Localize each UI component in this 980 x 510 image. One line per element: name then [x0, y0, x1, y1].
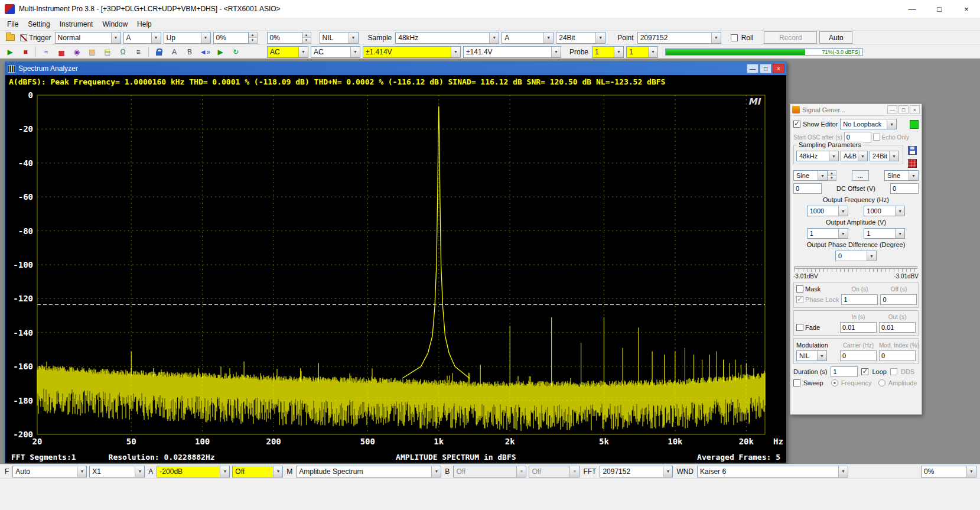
- range-a-axis-select[interactable]: -200dB: [157, 466, 230, 477]
- sweep-checkbox[interactable]: [793, 379, 800, 386]
- siggen-maximize-button[interactable]: □: [898, 105, 909, 114]
- echo-only-checkbox[interactable]: [873, 134, 880, 141]
- signal-generator-titlebar[interactable]: Signal Gener... — □ ×: [790, 104, 922, 116]
- window-function-select[interactable]: Kaiser 6: [697, 466, 848, 477]
- menu-help[interactable]: Help: [132, 19, 157, 30]
- spin-up-icon[interactable]: [302, 33, 311, 38]
- sweep-amplitude-radio[interactable]: [878, 379, 885, 386]
- trigger-edge-select[interactable]: Up: [164, 32, 211, 44]
- output-level-slider[interactable]: [795, 264, 917, 272]
- spin-up-icon[interactable]: [249, 33, 257, 38]
- frequency-rejection-select[interactable]: NIL: [320, 32, 359, 44]
- siggen-channels-select[interactable]: A&B: [841, 151, 868, 161]
- mask-off-input[interactable]: [880, 294, 917, 305]
- amplitude-b-select[interactable]: 1: [864, 228, 905, 239]
- phase-difference-select[interactable]: 0: [835, 251, 877, 261]
- siggen-minimize-button[interactable]: —: [887, 105, 897, 114]
- spectrum-plot[interactable]: 0-20-40-60-80-100-120-140-160-180-200205…: [5, 88, 786, 451]
- fade-in-input[interactable]: [840, 322, 877, 333]
- waveform-b-select[interactable]: Sine: [884, 170, 919, 181]
- auto-button[interactable]: Auto: [819, 31, 852, 44]
- coupling-a-select[interactable]: AC: [267, 46, 308, 58]
- siggen-run-button[interactable]: [910, 120, 919, 129]
- menu-instrument[interactable]: Instrument: [55, 19, 98, 30]
- lock-button[interactable]: [152, 46, 165, 59]
- frequency-axis-select[interactable]: Auto: [12, 466, 87, 477]
- trigger-delay-spinner[interactable]: 0%: [267, 32, 311, 44]
- loop-checkbox[interactable]: [861, 368, 868, 375]
- stop-button[interactable]: ■: [19, 46, 32, 59]
- channel-a-button[interactable]: A: [168, 46, 181, 59]
- trigger-mode-select[interactable]: Normal: [55, 32, 121, 44]
- frequency-a-select[interactable]: 1000: [807, 206, 848, 216]
- waveform-a-select[interactable]: Sine: [793, 170, 828, 181]
- save-icon[interactable]: [908, 146, 917, 155]
- trigger-level-spinner[interactable]: 0%: [213, 32, 258, 44]
- spin-down-icon[interactable]: [828, 176, 836, 181]
- show-editor-checkbox[interactable]: [793, 121, 800, 128]
- range-b-axis-select[interactable]: Off: [453, 466, 526, 477]
- trigger-source-select[interactable]: A: [123, 32, 161, 44]
- run-button[interactable]: ▶: [4, 46, 17, 59]
- window-minimize-button[interactable]: —: [898, 0, 926, 18]
- menu-setting[interactable]: Setting: [23, 19, 54, 30]
- mask-checkbox[interactable]: [796, 285, 803, 293]
- dc-offset-a-input[interactable]: [793, 183, 822, 194]
- spectrum-3d-plot-button[interactable]: ▧: [86, 46, 99, 59]
- mod-index-input[interactable]: [879, 350, 916, 361]
- oscilloscope-button[interactable]: ≈: [40, 46, 53, 59]
- waveform-more-button[interactable]: ...: [852, 170, 869, 181]
- frequency-b-select[interactable]: 1000: [864, 206, 905, 216]
- spin-down-icon[interactable]: [302, 38, 311, 43]
- fft-size-select[interactable]: 2097152: [600, 466, 673, 477]
- overlap-select[interactable]: 0%: [921, 466, 976, 477]
- fade-checkbox[interactable]: [796, 324, 803, 331]
- range-a-select[interactable]: ±1.414V: [363, 46, 461, 58]
- coupling-b-select[interactable]: AC: [311, 46, 360, 58]
- fade-out-input[interactable]: [879, 322, 916, 333]
- roll-checkbox[interactable]: [731, 34, 738, 41]
- record-length-select[interactable]: 2097152: [637, 32, 721, 44]
- carrier-input[interactable]: [840, 350, 877, 361]
- play-button[interactable]: ▶: [214, 46, 227, 59]
- device-test-plan-button[interactable]: ≡: [132, 46, 145, 59]
- window-close-button[interactable]: ×: [953, 0, 980, 18]
- data-logger-button[interactable]: ▤: [101, 46, 114, 59]
- sound-device-button[interactable]: ◄»: [198, 46, 211, 59]
- spectrum-minimize-button[interactable]: —: [747, 64, 758, 73]
- menu-file[interactable]: File: [2, 19, 23, 30]
- range-b-select[interactable]: ±141.4V: [463, 46, 561, 58]
- duration-input[interactable]: [831, 366, 858, 377]
- spectrum-analyzer-button[interactable]: ▅: [55, 46, 68, 59]
- sampling-channel-select[interactable]: A: [502, 32, 554, 44]
- option-a-select[interactable]: Off: [232, 466, 283, 477]
- menu-window[interactable]: Window: [97, 19, 132, 30]
- window-maximize-button[interactable]: □: [926, 0, 953, 18]
- open-file-button[interactable]: [4, 31, 17, 44]
- title-bar[interactable]: Multi-Instrument Pro 3.8 - [+3DP+DLG+LCR…: [0, 0, 980, 18]
- spectrum-close-button[interactable]: ×: [773, 64, 784, 73]
- sampling-rate-select[interactable]: 48kHz: [395, 32, 499, 44]
- loopback-button[interactable]: ↻: [229, 46, 242, 59]
- probe-a-select[interactable]: 1: [592, 46, 624, 58]
- siggen-sampling-rate-select[interactable]: 48kHz: [796, 151, 839, 161]
- zoom-select[interactable]: X1: [89, 466, 145, 477]
- multimeter-button[interactable]: ◉: [70, 46, 83, 59]
- spin-up-icon[interactable]: [828, 171, 836, 176]
- bit-resolution-select[interactable]: 24Bit: [556, 32, 605, 44]
- spin-down-icon[interactable]: [249, 38, 257, 43]
- loopback-mode-select[interactable]: No Loopback: [840, 119, 897, 129]
- record-button[interactable]: Record: [764, 31, 817, 44]
- spectrum-analyzer-titlebar[interactable]: Spectrum Analyzer — □ ×: [5, 62, 786, 75]
- waveform-library-icon[interactable]: [908, 159, 917, 168]
- spectrum-maximize-button[interactable]: □: [760, 64, 771, 73]
- phase-lock-checkbox[interactable]: [796, 296, 803, 303]
- dc-offset-b-input[interactable]: [890, 183, 919, 194]
- option-b-select[interactable]: Off: [529, 466, 579, 477]
- siggen-close-button[interactable]: ×: [910, 105, 920, 114]
- channel-b-button[interactable]: B: [183, 46, 196, 59]
- view-mode-select[interactable]: Amplitude Spectrum: [296, 466, 441, 477]
- sweep-frequency-radio[interactable]: [831, 379, 838, 386]
- modulation-mode-select[interactable]: NIL: [796, 350, 827, 361]
- lcr-meter-button[interactable]: Ω: [116, 46, 129, 59]
